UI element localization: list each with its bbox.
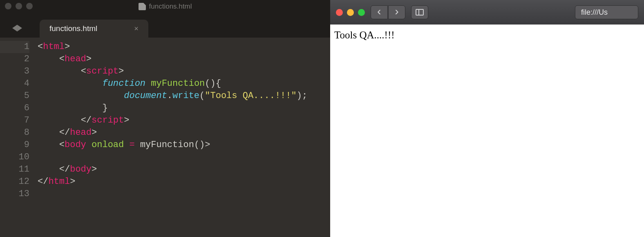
editor-window: functions.html ◀ ▶ functions.html × 1234… xyxy=(0,0,330,237)
code-line[interactable]: <script> xyxy=(38,65,330,78)
line-number: 7 xyxy=(0,114,29,127)
browser-toolbar: ‹ › file:///Us xyxy=(330,0,644,25)
code-line[interactable]: </html> xyxy=(38,176,330,188)
forward-button[interactable]: › xyxy=(388,5,405,19)
code-area[interactable]: 12345678910111213 <html> <head> <script>… xyxy=(0,38,330,237)
browser-window: ‹ › file:///Us Tools QA....!!! xyxy=(330,0,644,237)
nav-next-icon[interactable]: ▶ xyxy=(17,20,22,34)
editor-tabstrip: ◀ ▶ functions.html × xyxy=(0,13,330,38)
code-line[interactable]: </head> xyxy=(38,127,330,139)
editor-window-title: functions.html xyxy=(149,2,192,11)
editor-zoom-dot[interactable] xyxy=(26,3,33,9)
editor-close-dot[interactable] xyxy=(5,3,11,9)
line-number: 4 xyxy=(0,78,29,90)
code-line[interactable]: <html> xyxy=(38,41,330,53)
editor-nav-arrows: ◀ ▶ xyxy=(12,22,22,32)
line-number: 3 xyxy=(0,65,29,78)
nav-prev-icon[interactable]: ◀ xyxy=(12,20,17,34)
line-number: 1 xyxy=(0,41,29,53)
browser-close-dot[interactable] xyxy=(336,9,343,16)
line-number: 2 xyxy=(0,53,29,65)
line-number: 6 xyxy=(0,102,29,114)
code-line[interactable]: </body> xyxy=(38,163,330,176)
browser-nav-group: ‹ › xyxy=(371,5,405,19)
browser-zoom-dot[interactable] xyxy=(358,9,365,16)
page-output-text: Tools QA....!!! xyxy=(334,29,395,40)
file-icon xyxy=(139,3,146,10)
line-number-gutter: 12345678910111213 xyxy=(0,41,38,237)
line-number: 12 xyxy=(0,176,29,188)
line-number: 9 xyxy=(0,139,29,151)
line-number: 13 xyxy=(0,188,29,200)
code-line[interactable]: document.write("Tools QA....!!!"); xyxy=(38,90,330,102)
line-number: 10 xyxy=(0,151,29,163)
code-line[interactable] xyxy=(38,188,330,200)
editor-titlebar[interactable]: functions.html xyxy=(0,0,330,13)
code-line[interactable]: </script> xyxy=(38,114,330,127)
line-number: 8 xyxy=(0,127,29,139)
back-button[interactable]: ‹ xyxy=(371,5,388,19)
code-content[interactable]: <html> <head> <script> function myFuncti… xyxy=(38,41,330,237)
code-line[interactable]: function myFunction(){ xyxy=(38,78,330,90)
editor-tab[interactable]: functions.html × xyxy=(40,20,148,38)
code-line[interactable]: } xyxy=(38,102,330,114)
address-bar[interactable]: file:///Us xyxy=(575,5,638,19)
line-number: 5 xyxy=(0,90,29,102)
browser-viewport: Tools QA....!!! xyxy=(330,25,644,237)
address-bar-text: file:///Us xyxy=(581,8,608,17)
editor-traffic-lights xyxy=(5,3,33,9)
editor-tab-label: functions.html xyxy=(49,24,97,33)
editor-minimize-dot[interactable] xyxy=(16,3,22,9)
code-line[interactable]: <head> xyxy=(38,53,330,65)
line-number: 11 xyxy=(0,163,29,176)
tab-close-icon[interactable]: × xyxy=(134,25,139,33)
sidebar-toggle-button[interactable] xyxy=(411,5,428,19)
browser-traffic-lights xyxy=(336,9,365,16)
browser-minimize-dot[interactable] xyxy=(347,9,354,16)
code-line[interactable] xyxy=(38,151,330,163)
sidebar-icon xyxy=(416,9,424,16)
code-line[interactable]: <body onload = myFunction()> xyxy=(38,139,330,151)
